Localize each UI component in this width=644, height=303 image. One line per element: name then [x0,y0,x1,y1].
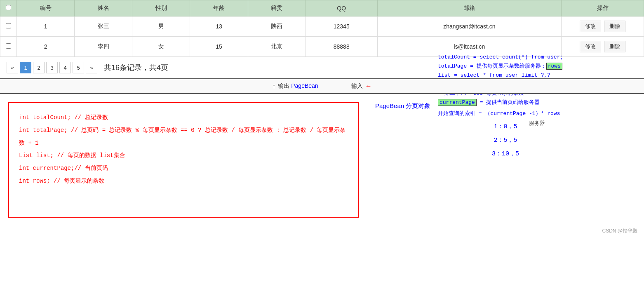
rows-highlight: rows [546,63,562,70]
input-arrow-icon: ← [365,82,372,90]
row2-checkbox[interactable] [0,37,17,57]
code-line4: int currentPage;// 当前页码 [19,162,348,175]
row1-email: zhangsan@itcast.cn [377,16,561,37]
page-1-button[interactable]: 1 [20,62,31,73]
page-5-button[interactable]: 5 [73,62,84,73]
example-1: 1：0，5 [375,120,636,134]
row1-gender: 男 [132,16,190,37]
row1-delete-button[interactable]: 删除 [604,21,625,32]
page-info: 共16条记录，共4页 [104,63,168,73]
row2-age: 15 [190,37,248,57]
row1-id: 1 [17,16,75,37]
output-label: 输出 PageBean [278,82,318,90]
row1-name: 张三 [75,16,132,37]
col-header-age: 年龄 [190,0,248,16]
select-all-header[interactable] [0,0,17,16]
code-line2: int totalPage; // 总页码 = 总记录数 % 每页显示条数 ==… [19,124,348,150]
code-line1: int totalCount; // 总记录数 [19,111,348,124]
row2-gender: 女 [132,37,190,57]
output-arrow-icon: ↑ [272,82,275,90]
row2-hometown: 北京 [248,37,306,57]
row2-name: 李四 [75,37,132,57]
row2-id: 2 [17,37,75,57]
input-label: 输入 [351,82,363,90]
col-header-action: 操作 [562,0,644,16]
right-panel: PageBean 分页对象 1：0，5 2：5，5 3：10，5 [367,102,636,218]
page-3-button[interactable]: 3 [46,62,58,73]
next-page-button[interactable]: » [86,62,97,73]
annotation-line1: totalCount = select count(*) from user; [438,53,636,62]
data-table: 编号 姓名 性别 年龄 籍贯 QQ 邮箱 操作 1 张三 男 13 陕西 [0,0,644,57]
code-line5: int rows; // 每页显示的条数 [19,175,348,188]
row2-edit-button[interactable]: 修改 [580,41,601,52]
prev-page-button[interactable]: « [7,62,18,73]
page-2-button[interactable]: 2 [33,62,45,73]
col-header-gender: 性别 [132,0,190,16]
col-header-id: 编号 [17,0,75,16]
row1-age: 13 [190,16,248,37]
code-box: int totalCount; // 总记录数 int totalPage; /… [8,102,359,218]
row1-edit-button[interactable]: 修改 [580,21,601,32]
annotation-line2: totalPage = 提供每页显示条数给服务器：rows [438,62,636,71]
col-header-hometown: 籍贯 [248,0,306,16]
csdn-watermark: CSDN @铅华殿 [0,226,644,236]
row1-qq: 12345 [306,16,377,37]
row1-actions: 修改 删除 [562,16,644,37]
bottom-section: int totalCount; // 总记录数 int totalPage; /… [0,94,644,226]
row1-checkbox[interactable] [0,16,17,37]
table-row: 1 张三 男 13 陕西 12345 zhangsan@itcast.cn 修改… [0,16,644,37]
pagebean-examples: 1：0，5 2：5，5 3：10，5 [375,120,636,161]
code-line3: List list; // 每页的数据 list集合 [19,149,348,162]
row1-hometown: 陕西 [248,16,306,37]
col-header-qq: QQ [306,0,377,16]
pagebean-title: PageBean 分页对象 [375,102,636,110]
col-header-email: 邮箱 [377,0,561,16]
page-4-button[interactable]: 4 [59,62,71,73]
divider-section: ↑ 输出 PageBean 输入 ← [0,78,644,94]
row2-qq: 88888 [306,37,377,57]
row2-delete-button[interactable]: 删除 [604,41,625,52]
select-all-checkbox[interactable] [6,5,11,10]
col-header-name: 姓名 [75,0,132,16]
example-3: 3：10，5 [375,147,636,161]
example-2: 2：5，5 [375,134,636,147]
